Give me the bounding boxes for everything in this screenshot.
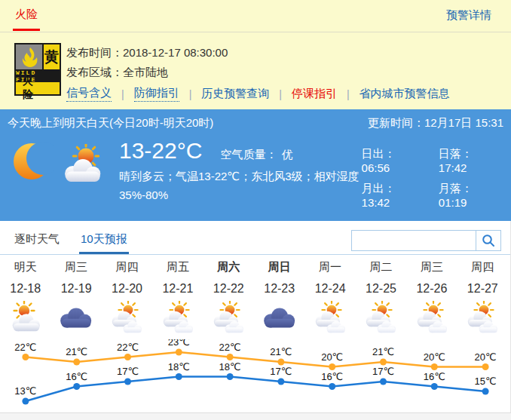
alert-tab-bar: 火险 预警详情 [0, 0, 511, 32]
update-time: 更新时间：12月17日 15:31 [368, 116, 503, 130]
temp-point [431, 383, 438, 390]
sun-moon-item: 日落：17:42 [439, 147, 494, 174]
temp-point [277, 379, 284, 385]
link-separator: | [279, 88, 282, 100]
temp-label: 18℃ [219, 361, 241, 372]
bottom-strip [0, 412, 511, 420]
sun-moon-item: 月落：01:19 [439, 182, 494, 209]
forecast-card: 逐时天气10天预报 明天12-18周三12-19周四12-20周五12-21周六… [0, 221, 511, 412]
day-column[interactable]: 周一12-24 [304, 260, 355, 296]
city-search [351, 230, 501, 251]
temp-label: 21℃ [66, 346, 87, 357]
warning-link[interactable]: 历史预警查询 [201, 87, 269, 101]
temp-chart: 22℃21℃22℃23℃22℃21℃20℃21℃20℃20℃13℃16℃17℃1… [0, 339, 511, 412]
sun-moon-value: 17:42 [439, 161, 467, 174]
big-suncloud-svg [62, 144, 107, 183]
temp-label: 17℃ [117, 366, 139, 377]
day-name: 周三 [406, 260, 457, 274]
day-column[interactable]: 明天12-18 [0, 260, 50, 296]
day-date: 12-24 [304, 282, 355, 296]
sun-moon-label: 月出： [362, 182, 396, 195]
day-column[interactable]: 周六12-22 [203, 260, 254, 296]
temp-point [227, 354, 234, 360]
weather-icon-sun-two-clouds [304, 299, 355, 337]
temp-label: 22℃ [117, 342, 139, 353]
publish-area-label: 发布区域： [66, 66, 123, 78]
temp-point [176, 373, 182, 380]
temp-label: 16℃ [66, 371, 87, 382]
temp-point [431, 363, 438, 370]
day-date: 12-22 [203, 282, 254, 296]
sun-moon-value: 06:56 [362, 161, 390, 174]
weather-icon-sun-two-clouds [457, 299, 508, 337]
tab-hourly-weather[interactable]: 逐时天气 [13, 232, 61, 254]
temp-label: 17℃ [372, 366, 394, 377]
temp-label: 20℃ [475, 351, 497, 363]
day-column[interactable]: 周日12-23 [254, 260, 304, 296]
sun-moon-times: 日出：06:56日落：17:42月出：13:42月落：01:19 [362, 147, 494, 209]
day-date: 12-27 [457, 282, 508, 296]
weather-icon-sun-two-clouds [203, 299, 254, 337]
sun-moon-value: 13:42 [362, 196, 390, 209]
temp-point [329, 363, 335, 370]
update-time-value: 12月17日 15:31 [424, 116, 503, 129]
temp-point [22, 398, 29, 405]
search-icon [482, 234, 495, 247]
publish-area-row: 发布区域：全市陆地 [66, 63, 450, 82]
day-name: 明天 [0, 260, 50, 274]
temp-range: 13-22°C [119, 138, 202, 164]
search-input[interactable] [351, 230, 476, 251]
day-column[interactable]: 周四12-20 [102, 260, 152, 296]
temp-label: 22℃ [219, 342, 241, 353]
temp-point [227, 373, 234, 380]
publish-time-label: 发布时间： [66, 46, 123, 59]
link-separator: | [121, 88, 124, 100]
warning-link[interactable]: 信号含义 [66, 86, 112, 102]
warning-section: 黄 WILD FIRE 火 险 发布时间：2018-12-17 08:30:00… [0, 32, 511, 109]
warning-links: 信号含义|防御指引|历史预警查询|停课指引|省内城市预警信息 [66, 86, 450, 102]
current-weather-section: 今天晚上到明天白天(今日20时-明天20时) 更新时间：12月17日 15:31… [0, 109, 511, 221]
temp-label: 23℃ [168, 339, 190, 348]
tab-ten-day-forecast[interactable]: 10天预报 [79, 232, 129, 254]
temp-point [380, 359, 387, 366]
weather-widget-page: 火险 预警详情 黄 WILD FIRE 火 险 发布时间：2018-12-17 … [0, 0, 511, 420]
day-date: 12-23 [254, 282, 304, 296]
temp-label: 13℃ [14, 385, 36, 397]
sun-moon-label: 日落： [439, 147, 473, 160]
temp-line [26, 377, 485, 402]
warning-link[interactable]: 省内城市预警信息 [360, 87, 450, 101]
warning-link[interactable]: 防御指引 [134, 86, 179, 102]
badge-level-char: 黄 [44, 44, 60, 69]
temp-label: 17℃ [270, 366, 292, 377]
temp-point [124, 379, 131, 385]
day-name: 周一 [304, 260, 355, 274]
temp-label: 21℃ [372, 346, 394, 357]
wildfire-warning-icon: 黄 WILD FIRE 火 险 [14, 43, 61, 96]
temp-label: 16℃ [424, 371, 445, 382]
publish-area-value: 全市陆地 [123, 66, 168, 78]
day-date: 12-19 [50, 282, 101, 296]
day-column[interactable]: 周二12-25 [356, 260, 406, 296]
warning-detail-link[interactable]: 预警详情 [446, 8, 491, 23]
day-name: 周二 [356, 260, 406, 274]
search-button[interactable] [476, 230, 501, 251]
temp-point [73, 359, 80, 366]
sun-moon-item: 月出：13:42 [362, 182, 418, 209]
temp-point [482, 363, 489, 370]
day-column[interactable]: 周五12-21 [152, 260, 203, 296]
day-name: 周四 [102, 260, 152, 274]
temp-point [176, 349, 182, 356]
weather-description: 晴到多云；气温13-22℃；东北风3级；相对湿度35%-80% [119, 167, 362, 204]
day-column[interactable]: 周四12-27 [457, 260, 508, 296]
weather-icon-cloudy [254, 299, 304, 337]
tab-fire-risk[interactable]: 火险 [13, 8, 40, 31]
forecast-icons-row [0, 299, 508, 337]
sun-moon-item: 日出：06:56 [362, 147, 418, 174]
temp-point [482, 388, 489, 395]
current-weather-text: 13-22°C 空气质量：优 晴到多云；气温13-22℃；东北风3级；相对湿度3… [119, 138, 362, 204]
warning-link[interactable]: 停课指引 [292, 87, 337, 101]
day-column[interactable]: 周三12-26 [406, 260, 457, 296]
day-column[interactable]: 周三12-19 [50, 260, 101, 296]
temp-label: 22℃ [14, 342, 36, 353]
sun-moon-label: 月落： [439, 182, 473, 195]
